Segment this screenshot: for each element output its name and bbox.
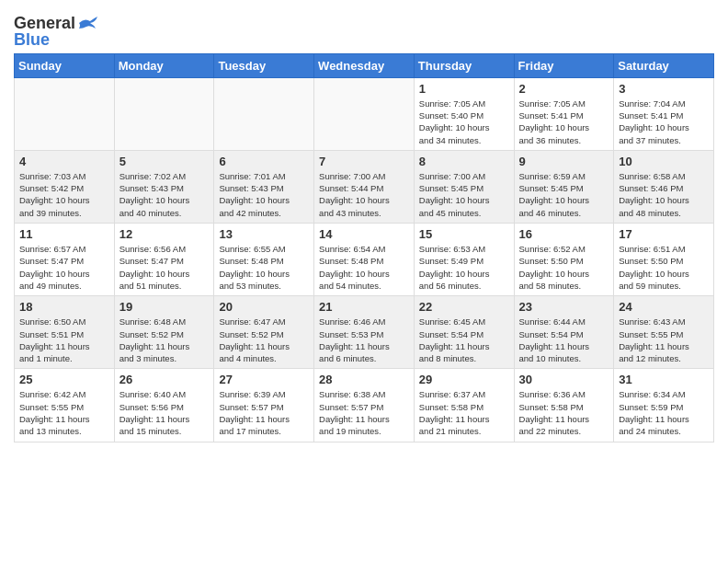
calendar-day-cell: 31Sunrise: 6:34 AM Sunset: 5:59 PM Dayli… (614, 369, 714, 442)
calendar-day-cell (15, 77, 115, 150)
weekday-header-wednesday: Wednesday (314, 53, 415, 77)
day-number: 19 (119, 300, 210, 314)
day-number: 18 (19, 300, 109, 314)
calendar-day-cell: 17Sunrise: 6:51 AM Sunset: 5:50 PM Dayli… (614, 224, 714, 296)
calendar-day-cell: 20Sunrise: 6:47 AM Sunset: 5:52 PM Dayli… (214, 296, 314, 369)
day-info: Sunrise: 6:46 AM Sunset: 5:53 PM Dayligh… (319, 316, 409, 364)
calendar-day-cell: 28Sunrise: 6:38 AM Sunset: 5:57 PM Dayli… (314, 369, 415, 442)
calendar-day-cell: 14Sunrise: 6:54 AM Sunset: 5:48 PM Dayli… (314, 224, 415, 296)
day-info: Sunrise: 6:56 AM Sunset: 5:47 PM Dayligh… (119, 243, 210, 292)
day-number: 23 (519, 300, 609, 314)
calendar-day-cell: 8Sunrise: 7:00 AM Sunset: 5:45 PM Daylig… (414, 150, 514, 223)
weekday-header-friday: Friday (514, 53, 614, 77)
day-info: Sunrise: 6:55 AM Sunset: 5:48 PM Dayligh… (219, 243, 309, 292)
calendar-day-cell: 3Sunrise: 7:04 AM Sunset: 5:41 PM Daylig… (614, 77, 714, 150)
weekday-header-sunday: Sunday (15, 53, 115, 77)
weekday-header-saturday: Saturday (614, 53, 714, 77)
calendar-day-cell: 24Sunrise: 6:43 AM Sunset: 5:55 PM Dayli… (614, 296, 714, 369)
day-info: Sunrise: 6:34 AM Sunset: 5:59 PM Dayligh… (619, 388, 709, 437)
day-info: Sunrise: 6:39 AM Sunset: 5:57 PM Dayligh… (219, 388, 309, 437)
day-info: Sunrise: 6:42 AM Sunset: 5:55 PM Dayligh… (19, 388, 109, 437)
calendar-day-cell: 23Sunrise: 6:44 AM Sunset: 5:54 PM Dayli… (514, 296, 614, 369)
calendar-day-cell: 13Sunrise: 6:55 AM Sunset: 5:48 PM Dayli… (214, 224, 314, 296)
day-number: 9 (519, 155, 609, 168)
calendar-day-cell: 22Sunrise: 6:45 AM Sunset: 5:54 PM Dayli… (414, 296, 514, 369)
weekday-header-monday: Monday (114, 53, 214, 77)
logo-blue: Blue (14, 31, 97, 48)
calendar-day-cell: 5Sunrise: 7:02 AM Sunset: 5:43 PM Daylig… (114, 150, 214, 223)
calendar-header-row: SundayMondayTuesdayWednesdayThursdayFrid… (15, 53, 714, 77)
day-number: 5 (119, 155, 210, 168)
calendar-day-cell: 25Sunrise: 6:42 AM Sunset: 5:55 PM Dayli… (15, 369, 115, 442)
calendar-day-cell: 18Sunrise: 6:50 AM Sunset: 5:51 PM Dayli… (15, 296, 115, 369)
day-info: Sunrise: 7:04 AM Sunset: 5:41 PM Dayligh… (619, 98, 709, 146)
day-info: Sunrise: 6:40 AM Sunset: 5:56 PM Dayligh… (119, 388, 210, 437)
day-number: 8 (419, 155, 509, 168)
day-number: 2 (519, 82, 609, 96)
day-number: 16 (519, 227, 609, 241)
day-number: 6 (219, 155, 309, 168)
day-info: Sunrise: 7:01 AM Sunset: 5:43 PM Dayligh… (219, 170, 309, 219)
calendar-day-cell: 30Sunrise: 6:36 AM Sunset: 5:58 PM Dayli… (514, 369, 614, 442)
day-info: Sunrise: 7:05 AM Sunset: 5:41 PM Dayligh… (519, 98, 609, 146)
day-number: 3 (619, 82, 709, 96)
day-info: Sunrise: 6:47 AM Sunset: 5:52 PM Dayligh… (219, 316, 309, 364)
day-info: Sunrise: 6:58 AM Sunset: 5:46 PM Dayligh… (619, 170, 709, 219)
day-info: Sunrise: 7:00 AM Sunset: 5:45 PM Dayligh… (419, 170, 509, 219)
day-number: 25 (19, 373, 109, 386)
day-info: Sunrise: 7:00 AM Sunset: 5:44 PM Dayligh… (319, 170, 409, 219)
day-info: Sunrise: 6:36 AM Sunset: 5:58 PM Dayligh… (519, 388, 609, 437)
logo: General Blue (14, 14, 97, 48)
day-number: 26 (119, 373, 210, 386)
day-info: Sunrise: 6:52 AM Sunset: 5:50 PM Dayligh… (519, 243, 609, 292)
calendar-day-cell: 16Sunrise: 6:52 AM Sunset: 5:50 PM Dayli… (514, 224, 614, 296)
logo-bird-icon (77, 16, 97, 30)
day-number: 21 (319, 300, 409, 314)
calendar-day-cell: 26Sunrise: 6:40 AM Sunset: 5:56 PM Dayli… (114, 369, 214, 442)
page-header: General Blue (14, 9, 714, 48)
calendar-day-cell: 2Sunrise: 7:05 AM Sunset: 5:41 PM Daylig… (514, 77, 614, 150)
day-number: 10 (619, 155, 709, 168)
calendar-day-cell: 7Sunrise: 7:00 AM Sunset: 5:44 PM Daylig… (314, 150, 415, 223)
calendar-day-cell (214, 77, 314, 150)
day-info: Sunrise: 6:44 AM Sunset: 5:54 PM Dayligh… (519, 316, 609, 364)
calendar-day-cell: 1Sunrise: 7:05 AM Sunset: 5:40 PM Daylig… (414, 77, 514, 150)
day-number: 17 (619, 227, 709, 241)
calendar-day-cell: 9Sunrise: 6:59 AM Sunset: 5:45 PM Daylig… (514, 150, 614, 223)
day-info: Sunrise: 6:53 AM Sunset: 5:49 PM Dayligh… (419, 243, 509, 292)
calendar-table: SundayMondayTuesdayWednesdayThursdayFrid… (14, 53, 714, 442)
day-number: 11 (19, 227, 109, 241)
calendar-day-cell: 29Sunrise: 6:37 AM Sunset: 5:58 PM Dayli… (414, 369, 514, 442)
calendar-day-cell: 15Sunrise: 6:53 AM Sunset: 5:49 PM Dayli… (414, 224, 514, 296)
calendar-day-cell: 27Sunrise: 6:39 AM Sunset: 5:57 PM Dayli… (214, 369, 314, 442)
calendar-day-cell: 4Sunrise: 7:03 AM Sunset: 5:42 PM Daylig… (15, 150, 115, 223)
calendar-week-row: 1Sunrise: 7:05 AM Sunset: 5:40 PM Daylig… (15, 77, 714, 150)
day-info: Sunrise: 6:57 AM Sunset: 5:47 PM Dayligh… (19, 243, 109, 292)
calendar-week-row: 11Sunrise: 6:57 AM Sunset: 5:47 PM Dayli… (15, 224, 714, 296)
day-number: 1 (419, 82, 509, 96)
day-info: Sunrise: 6:59 AM Sunset: 5:45 PM Dayligh… (519, 170, 609, 219)
day-info: Sunrise: 6:43 AM Sunset: 5:55 PM Dayligh… (619, 316, 709, 364)
calendar-week-row: 18Sunrise: 6:50 AM Sunset: 5:51 PM Dayli… (15, 296, 714, 369)
day-info: Sunrise: 7:02 AM Sunset: 5:43 PM Dayligh… (119, 170, 210, 219)
day-number: 30 (519, 373, 609, 386)
day-info: Sunrise: 7:03 AM Sunset: 5:42 PM Dayligh… (19, 170, 109, 219)
day-info: Sunrise: 6:38 AM Sunset: 5:57 PM Dayligh… (319, 388, 409, 437)
day-info: Sunrise: 7:05 AM Sunset: 5:40 PM Dayligh… (419, 98, 509, 146)
day-number: 15 (419, 227, 509, 241)
weekday-header-thursday: Thursday (414, 53, 514, 77)
day-number: 29 (419, 373, 509, 386)
calendar-day-cell: 11Sunrise: 6:57 AM Sunset: 5:47 PM Dayli… (15, 224, 115, 296)
day-number: 20 (219, 300, 309, 314)
day-info: Sunrise: 6:51 AM Sunset: 5:50 PM Dayligh… (619, 243, 709, 292)
day-info: Sunrise: 6:48 AM Sunset: 5:52 PM Dayligh… (119, 316, 210, 364)
day-number: 28 (319, 373, 409, 386)
weekday-header-tuesday: Tuesday (214, 53, 314, 77)
day-number: 27 (219, 373, 309, 386)
calendar-week-row: 25Sunrise: 6:42 AM Sunset: 5:55 PM Dayli… (15, 369, 714, 442)
day-number: 12 (119, 227, 210, 241)
day-number: 7 (319, 155, 409, 168)
day-info: Sunrise: 6:50 AM Sunset: 5:51 PM Dayligh… (19, 316, 109, 364)
calendar-day-cell: 12Sunrise: 6:56 AM Sunset: 5:47 PM Dayli… (114, 224, 214, 296)
day-info: Sunrise: 6:45 AM Sunset: 5:54 PM Dayligh… (419, 316, 509, 364)
